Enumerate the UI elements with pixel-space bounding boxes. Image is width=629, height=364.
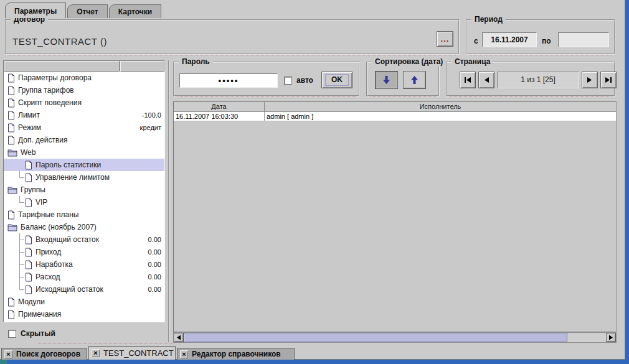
scroll-right-button[interactable]: [606, 333, 616, 342]
sort-ascending-button[interactable]: [403, 71, 426, 89]
pager-controls: 1 из 1 [25]: [460, 72, 617, 88]
last-page-button[interactable]: [600, 72, 617, 88]
tree-item-label: Расход: [35, 273, 60, 281]
tree-item[interactable]: Параметры договора: [4, 72, 164, 84]
tree-item-label: Скрипт поведения: [18, 98, 82, 107]
table-row[interactable]: 16.11.2007 16:03:30admin [ admin ]: [174, 112, 616, 121]
tree-item[interactable]: Приход0.00: [4, 246, 164, 258]
hidden-checkbox-label: Скрытый: [21, 329, 55, 338]
horizontal-scrollbar[interactable]: [173, 332, 617, 343]
document-icon: [7, 98, 15, 108]
next-page-button[interactable]: [582, 72, 598, 88]
tree-connector: [15, 159, 25, 171]
bottom-tab[interactable]: × TEST_CONTRACT: [88, 346, 176, 360]
top-tab-bar: ПараметрыОтчетКарточки: [5, 2, 163, 18]
tree-item[interactable]: Режимкредит: [4, 121, 164, 134]
tree-item[interactable]: Модули: [4, 296, 164, 308]
page-status-field: 1 из 1 [25]: [497, 72, 579, 88]
sort-descending-button[interactable]: [375, 71, 398, 89]
document-icon: [25, 235, 32, 245]
tree-item[interactable]: Расход0.00: [4, 271, 164, 283]
previous-page-button[interactable]: [478, 72, 494, 88]
contract-browse-button[interactable]: ...: [437, 31, 453, 47]
tree-item-label: Модули: [18, 297, 45, 306]
tree-item[interactable]: Группы: [4, 184, 164, 196]
tree-item[interactable]: Наработка0.00: [4, 258, 164, 271]
tree-item[interactable]: Скрипт поведения: [4, 96, 164, 109]
close-icon[interactable]: ×: [180, 350, 188, 358]
tree-item-label: Пароль статистики: [35, 161, 101, 169]
top-tab[interactable]: Карточки: [109, 4, 161, 18]
arrow-up-icon: [410, 75, 419, 85]
tree: Параметры договораГруппа тарифовСкрипт п…: [4, 72, 164, 320]
table-column-header[interactable]: Дата: [174, 102, 265, 111]
tree-header-value-column[interactable]: [120, 61, 164, 72]
close-icon[interactable]: ×: [4, 350, 12, 358]
scrollbar-thumb[interactable]: [184, 333, 567, 342]
bottom-tab-bar: × Поиск договоров × TEST_CONTRACT × Реда…: [0, 346, 625, 360]
top-tab[interactable]: Параметры: [5, 2, 66, 18]
checkbox-icon[interactable]: [284, 77, 292, 85]
period-from-field[interactable]: 16.11.2007: [482, 32, 537, 47]
tree-item[interactable]: Пароль статистики: [4, 159, 164, 171]
password-input[interactable]: •••••: [179, 73, 278, 88]
tree-item[interactable]: Баланс (ноябрь 2007): [4, 221, 164, 233]
tree-connector: [15, 271, 25, 283]
tree-connector: [15, 258, 25, 271]
tree-item-label: Баланс (ноябрь 2007): [21, 223, 97, 231]
document-icon: [25, 198, 32, 207]
tree-item[interactable]: Входящий остаток0.00: [4, 233, 164, 246]
tree-item-label: VIP: [35, 198, 47, 207]
bottom-tab[interactable]: × Редактор справочников: [177, 348, 295, 360]
tree-item[interactable]: Исходящий остаток0.00: [4, 283, 164, 296]
tree-item[interactable]: Группа тарифов: [4, 84, 164, 96]
top-tab[interactable]: Отчет: [67, 4, 108, 18]
period-to-field[interactable]: [558, 32, 609, 47]
tree-connector: [15, 233, 25, 246]
tree-item[interactable]: Лимит-100.0: [4, 109, 164, 121]
document-icon: [7, 297, 15, 307]
first-page-button[interactable]: [460, 72, 476, 88]
document-icon: [7, 86, 15, 95]
scrollbar-track[interactable]: [567, 333, 606, 342]
arrow-down-icon: [382, 75, 390, 85]
document-icon: [7, 136, 15, 145]
tree-header-name-column[interactable]: [4, 61, 120, 72]
tree-item-value: 0.00: [120, 273, 161, 281]
document-icon: [25, 273, 32, 282]
table-header-row: ДатаИсполнитель: [174, 102, 616, 112]
tree-item[interactable]: Управление лимитом: [4, 171, 164, 184]
ok-button[interactable]: OK: [321, 72, 352, 88]
bottom-tab[interactable]: × Поиск договоров: [1, 348, 87, 360]
tree-item[interactable]: Доп. действия: [4, 134, 164, 146]
close-icon[interactable]: ×: [92, 349, 100, 357]
tree-item[interactable]: Тарифные планы: [4, 208, 164, 221]
table-column-header[interactable]: Исполнитель: [265, 102, 616, 111]
checkbox-icon[interactable]: [8, 330, 16, 338]
period-group: Период с 16.11.2007 по: [466, 19, 615, 55]
folder-icon: [7, 186, 17, 194]
split-divider[interactable]: [168, 60, 169, 342]
bottom-tab-label: Поиск договоров: [16, 350, 80, 358]
tree-item-value: кредит: [120, 124, 161, 131]
scroll-left-button[interactable]: [174, 333, 184, 342]
document-icon: [25, 248, 32, 257]
document-icon: [7, 123, 15, 133]
bottom-tab-label: Редактор справочников: [192, 350, 281, 358]
document-icon: [7, 73, 15, 83]
tree-item-value: 0.00: [120, 236, 161, 243]
password-group-title: Пароль: [179, 57, 213, 66]
tree-item[interactable]: Web: [4, 146, 164, 159]
tree-item[interactable]: Примечания: [4, 308, 164, 320]
contract-group: Договор TEST_CONTRACT () ...: [5, 19, 460, 55]
last-page-icon: [605, 77, 612, 83]
tree-item-label: Примечания: [18, 310, 61, 319]
auto-checkbox[interactable]: авто: [284, 76, 313, 85]
next-page-icon: [587, 77, 593, 83]
table-body: 16.11.2007 16:03:30admin [ admin ]: [174, 112, 616, 121]
tree-connector: [15, 283, 25, 296]
hidden-checkbox[interactable]: Скрытый: [8, 329, 55, 338]
tree-connector: [15, 196, 25, 208]
table-cell: 16.11.2007 16:03:30: [174, 112, 265, 121]
tree-item[interactable]: VIP: [4, 196, 164, 208]
